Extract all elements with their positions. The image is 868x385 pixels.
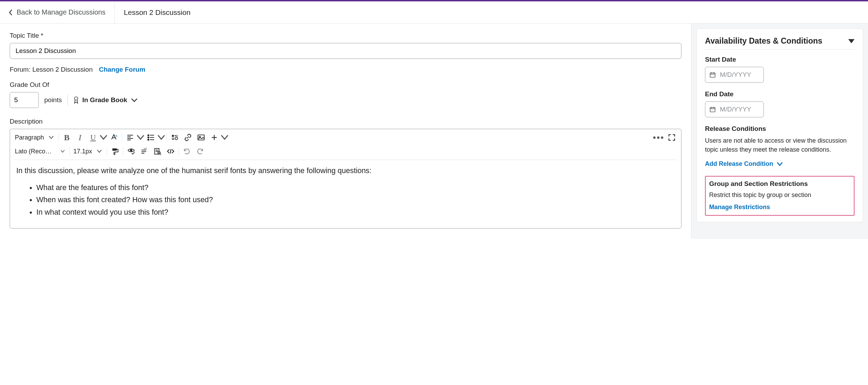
svg-point-1 [148, 135, 149, 136]
svg-rect-13 [710, 73, 715, 78]
insert-image-button[interactable] [195, 131, 208, 144]
word-count-icon: 123 [141, 147, 148, 155]
svg-point-9 [130, 150, 132, 151]
group-restrictions-box: Group and Section Restrictions Restrict … [705, 176, 855, 216]
end-date-input[interactable]: M/D/YYYY [705, 101, 764, 117]
top-bar: Back to Manage Discussions Lesson 2 Disc… [0, 1, 868, 24]
manage-restrictions-label: Manage Restrictions [709, 204, 770, 211]
ellipsis-icon: ••• [653, 132, 664, 143]
change-forum-link[interactable]: Change Forum [99, 66, 145, 73]
font-family-select[interactable]: Lato (Recomm… [13, 144, 68, 158]
page-title: Lesson 2 Discussion [115, 1, 200, 23]
end-date-placeholder: M/D/YYYY [720, 106, 751, 113]
accessibility-checker-button[interactable] [125, 144, 138, 158]
image-icon [197, 134, 205, 141]
source-code-button[interactable] [164, 144, 177, 158]
topic-title-input[interactable] [10, 43, 681, 59]
insert-plus-button[interactable] [208, 131, 221, 144]
svg-rect-5 [177, 135, 178, 137]
search-doc-icon [154, 147, 161, 155]
redo-button[interactable] [193, 144, 207, 158]
start-date-input[interactable]: M/D/YYYY [705, 67, 764, 83]
fullscreen-button[interactable] [665, 131, 678, 144]
font-family-label: Lato (Recomm… [15, 148, 56, 155]
manage-restrictions-link[interactable]: Manage Restrictions [709, 204, 850, 211]
chevron-down-icon [97, 150, 102, 153]
chevron-down-icon [137, 134, 144, 141]
list-button[interactable] [144, 131, 157, 144]
release-conditions-text: Users are not able to access or view the… [705, 136, 855, 154]
underline-button[interactable]: U [87, 131, 100, 144]
align-left-icon [126, 134, 134, 141]
end-date-label: End Date [705, 90, 855, 98]
collapse-icon[interactable] [848, 39, 855, 43]
chevron-left-icon [9, 9, 13, 16]
svg-rect-14 [710, 108, 715, 112]
chevron-down-icon [100, 134, 107, 141]
availability-title: Availability Dates & Conditions [705, 36, 822, 46]
align-button[interactable] [124, 131, 137, 144]
redo-icon [196, 147, 204, 155]
plus-icon [210, 134, 218, 141]
text-color-button[interactable] [107, 131, 120, 144]
insert-link-button[interactable] [181, 131, 195, 144]
svg-point-4 [175, 137, 178, 140]
in-gradebook-label: In Grade Book [82, 96, 127, 104]
points-label: points [44, 96, 62, 104]
editor-content[interactable]: In this discussion, please write analyze… [10, 160, 681, 228]
chevron-down-icon [49, 136, 54, 139]
chevron-down-icon [157, 134, 165, 141]
add-release-condition-link[interactable]: Add Release Condition [705, 160, 855, 168]
bullet-list-icon [147, 134, 155, 141]
svg-rect-8 [112, 149, 117, 151]
font-size-select[interactable]: 17.1px [71, 144, 105, 158]
undo-icon [183, 147, 191, 155]
format-painter-icon [111, 147, 119, 155]
undo-button[interactable] [180, 144, 193, 158]
svg-point-3 [148, 139, 149, 140]
chevron-down-icon [131, 98, 138, 102]
svg-point-2 [148, 137, 149, 138]
underline-options[interactable] [100, 131, 107, 144]
rich-text-editor: Paragraph B I U [10, 129, 681, 229]
divider [67, 94, 68, 106]
block-format-label: Paragraph [15, 134, 44, 141]
word-count-button[interactable]: 123 [138, 144, 151, 158]
insert-options[interactable] [221, 131, 228, 144]
ribbon-icon [73, 96, 79, 104]
eye-check-icon [127, 147, 135, 155]
list-options[interactable] [157, 131, 165, 144]
back-link-label: Back to Manage Discussions [17, 8, 106, 16]
italic-button[interactable]: I [73, 131, 87, 144]
main-column: Topic Title * Forum: Lesson 2 Discussion… [0, 24, 691, 239]
fullscreen-icon [668, 134, 676, 141]
insert-stuff-icon [171, 134, 179, 141]
format-painter-button[interactable] [108, 144, 121, 158]
align-options[interactable] [137, 131, 144, 144]
grade-label: Grade Out Of [10, 81, 681, 89]
group-restrictions-title: Group and Section Restrictions [709, 180, 850, 188]
svg-text:123: 123 [144, 147, 147, 150]
chevron-down-icon [61, 150, 65, 153]
calendar-icon [709, 106, 716, 113]
release-conditions-title: Release Conditions [705, 125, 855, 133]
more-actions-button[interactable]: ••• [652, 131, 665, 144]
preview-button[interactable] [151, 144, 164, 158]
description-label: Description [10, 118, 681, 125]
add-release-label: Add Release Condition [705, 160, 773, 168]
editor-intro-text: In this discussion, please write analyze… [16, 165, 675, 176]
start-date-label: Start Date [705, 56, 855, 63]
editor-bullet: In what context would you use this font? [36, 207, 675, 218]
chevron-down-icon [777, 162, 783, 166]
block-format-select[interactable]: Paragraph [13, 131, 57, 144]
in-gradebook-dropdown[interactable]: In Grade Book [73, 96, 138, 104]
topic-title-label: Topic Title * [10, 32, 681, 39]
grade-points-input[interactable] [10, 92, 39, 108]
link-icon [184, 134, 192, 141]
back-link[interactable]: Back to Manage Discussions [0, 1, 115, 23]
code-icon [167, 147, 174, 155]
calendar-icon [709, 72, 716, 78]
start-date-placeholder: M/D/YYYY [720, 71, 751, 79]
insert-stuff-button[interactable] [168, 131, 181, 144]
bold-button[interactable]: B [60, 131, 73, 144]
